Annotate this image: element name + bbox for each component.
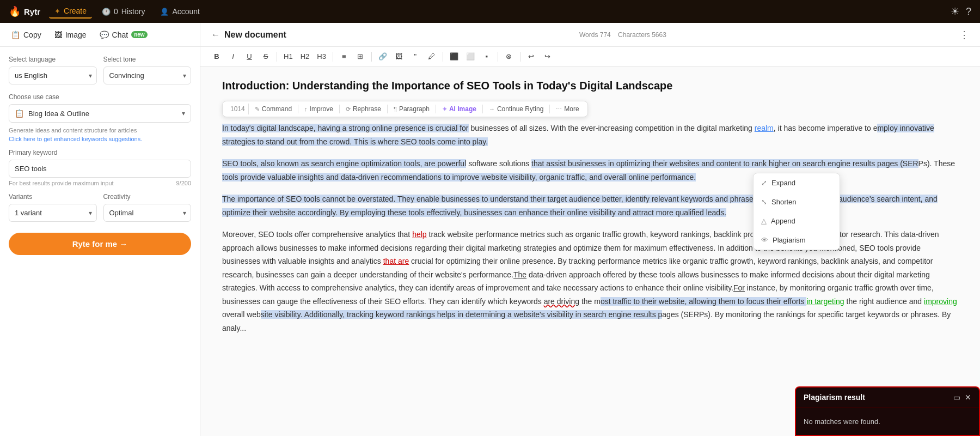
variants-select-wrapper: 1 variant xyxy=(9,204,97,222)
plagiarism-panel: Plagiarism result ▭ ✕ No matches were fo… xyxy=(795,386,980,436)
sel-paragraph[interactable]: ¶ Paragraph xyxy=(390,104,433,114)
image-icon: 🖼 xyxy=(54,31,62,39)
plagiarism-minimize[interactable]: ▭ xyxy=(953,393,960,402)
ai-image-icon: ✦ xyxy=(442,106,447,113)
tone-label: Select tone xyxy=(103,56,192,63)
nav-right: ☀ ? xyxy=(951,5,971,17)
command-icon: ✎ xyxy=(255,106,260,113)
more-icon: ⋯ xyxy=(556,106,562,113)
use-case-select[interactable]: 📋 Blog Idea & Outline ▾ xyxy=(9,104,191,123)
append-icon: △ xyxy=(761,217,767,225)
copy-tab[interactable]: 📋 Copy xyxy=(4,27,48,43)
nav-account-label: Account xyxy=(172,7,200,16)
dropdown-append[interactable]: △ Append xyxy=(754,211,840,231)
h2-button[interactable]: H2 xyxy=(297,50,313,63)
creativity-select[interactable]: Optimal xyxy=(104,204,191,221)
use-case-text: Blog Idea & Outline xyxy=(28,110,177,118)
logo-icon: 🔥 xyxy=(9,5,21,17)
copy-icon: 📋 xyxy=(11,31,20,39)
language-select[interactable]: us English xyxy=(9,67,96,84)
nav-history-badge: 0 xyxy=(114,7,118,16)
append-label: Append xyxy=(771,217,795,225)
format-button[interactable]: ⊗ xyxy=(501,50,517,63)
chars-count: Characters 5663 xyxy=(618,31,666,39)
shorten-label: Shorten xyxy=(771,198,797,206)
plagiarism-actions: ▭ ✕ xyxy=(953,393,971,402)
dropdown-plagiarism[interactable]: 👁 Plagiarism xyxy=(754,231,840,250)
sel-more[interactable]: ⋯ More xyxy=(552,104,583,114)
link-button[interactable]: 🔗 xyxy=(375,50,390,63)
history-icon: 🕐 xyxy=(102,8,111,16)
bullet-list-button[interactable]: ≡ xyxy=(336,50,352,63)
creativity-select-wrapper: Optimal xyxy=(103,204,192,222)
sel-rephrase[interactable]: ⟳ Rephrase xyxy=(342,104,385,114)
doc-header: ← New document Words 774 Characters 5663… xyxy=(200,23,980,47)
align-center-button[interactable]: ⬜ xyxy=(463,50,478,63)
plagiarism-header: Plagiarism result ▭ ✕ xyxy=(796,387,979,408)
chat-label: Chat xyxy=(112,31,128,39)
doc-more-button[interactable]: ⋮ xyxy=(959,29,969,41)
tone-select-wrapper: Convincing xyxy=(103,66,192,84)
words-count: Words 774 xyxy=(579,31,611,39)
creativity-label: Creativity xyxy=(103,193,192,201)
language-label: Select language xyxy=(9,56,97,63)
nav-item-account[interactable]: 👤 Account xyxy=(155,5,205,18)
italic-button[interactable]: I xyxy=(225,50,241,63)
nav-item-create[interactable]: ✦ Create xyxy=(49,4,92,19)
back-button[interactable]: ← xyxy=(211,30,220,40)
variants-select[interactable]: 1 variant xyxy=(9,204,96,221)
nav-item-history[interactable]: 🕐 0 History xyxy=(96,5,150,18)
dropdown-expand[interactable]: ⤢ Expand xyxy=(754,173,840,192)
improve-icon: ↑ xyxy=(304,106,308,112)
paragraph-3: The importance of SEO tools cannot be ov… xyxy=(222,192,958,219)
plagiarism-close[interactable]: ✕ xyxy=(965,393,971,402)
ordered-list-button[interactable]: ⊞ xyxy=(353,50,368,63)
sel-improve[interactable]: ↑ Improve xyxy=(301,104,337,114)
underline-button[interactable]: U xyxy=(242,50,257,63)
align-left-button[interactable]: ⬛ xyxy=(446,50,462,63)
use-case-icon: 📋 xyxy=(15,109,24,118)
help-icon[interactable]: ? xyxy=(966,6,971,17)
redo-button[interactable]: ↪ xyxy=(540,50,555,63)
create-icon: ✦ xyxy=(54,7,60,15)
variants-label: Variants xyxy=(9,193,97,201)
tone-select[interactable]: Convincing xyxy=(104,67,191,84)
shorten-icon: ⤡ xyxy=(761,198,767,206)
keyword-hint-left: For best results provide maximum input xyxy=(9,180,114,186)
chat-tab[interactable]: 💬 Chat new xyxy=(93,27,154,43)
use-case-link[interactable]: Click here to get enhanced keywords sugg… xyxy=(9,136,191,142)
nav-history-label: History xyxy=(121,7,145,16)
copy-label: Copy xyxy=(23,31,41,39)
bold-button[interactable]: B xyxy=(209,50,224,63)
sel-command[interactable]: ✎ Command xyxy=(251,104,296,114)
theme-icon[interactable]: ☀ xyxy=(951,5,959,17)
dropdown-menu: ⤢ Expand ⤡ Shorten △ Append 👁 Plagiarism xyxy=(753,173,840,250)
paragraph-label: Paragraph xyxy=(399,105,430,113)
left-toolbar: 📋 Copy 🖼 Image 💬 Chat new xyxy=(0,23,200,47)
keyword-input[interactable] xyxy=(9,160,191,178)
image-button[interactable]: 🖼 xyxy=(391,50,407,63)
strikethrough-button[interactable]: S xyxy=(258,50,273,63)
quote-button[interactable]: " xyxy=(408,50,423,63)
use-case-chevron-icon: ▾ xyxy=(182,110,185,117)
highlight-button[interactable]: 🖊 xyxy=(424,50,439,63)
ai-image-label: AI Image xyxy=(449,105,476,113)
keyword-label: Primary keyword xyxy=(9,149,191,156)
h3-button[interactable]: H3 xyxy=(314,50,329,63)
sel-ai-image[interactable]: ✦ AI Image xyxy=(438,104,480,114)
dropdown-shorten[interactable]: ⤡ Shorten xyxy=(754,192,840,211)
editor-toolbar: B I U S H1 H2 H3 ≡ ⊞ 🔗 🖼 " 🖊 ⬛ ⬜ ▪ ⊗ ↩ ↪ xyxy=(200,47,980,66)
paragraph-icon: ¶ xyxy=(394,106,397,112)
more-label: More xyxy=(564,105,579,113)
undo-button[interactable]: ↩ xyxy=(524,50,539,63)
expand-icon: ⤢ xyxy=(761,179,767,187)
rephrase-icon: ⟳ xyxy=(346,106,351,113)
sel-continue[interactable]: → Continue Ryting xyxy=(485,104,547,114)
align-right-button[interactable]: ▪ xyxy=(479,50,494,63)
rephrase-label: Rephrase xyxy=(353,105,381,113)
plagiarism-result-text: No matches were found. xyxy=(804,417,880,426)
ryte-button[interactable]: Ryte for me → xyxy=(9,233,191,255)
main-area: ← New document Words 774 Characters 5663… xyxy=(200,23,980,436)
image-tab[interactable]: 🖼 Image xyxy=(48,27,93,43)
h1-button[interactable]: H1 xyxy=(280,50,296,63)
